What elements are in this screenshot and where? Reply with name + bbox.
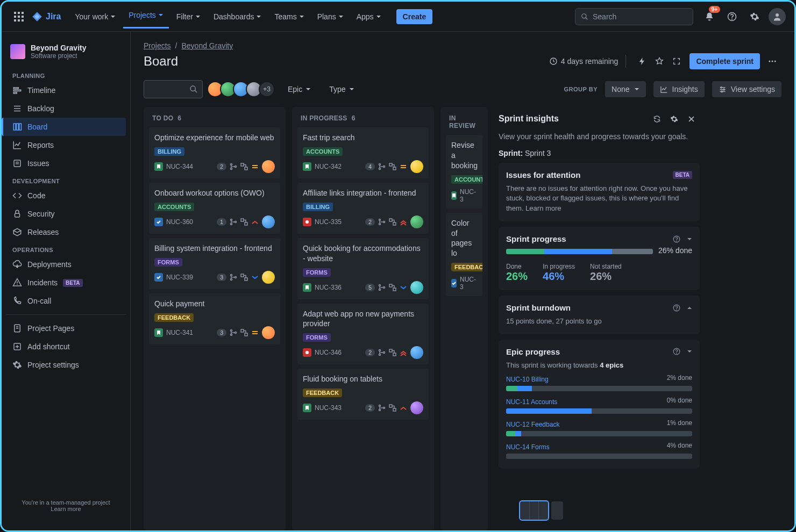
sidebar-item-incidents[interactable]: IncidentsBETA bbox=[6, 274, 126, 292]
breadcrumb-projects[interactable]: Projects bbox=[144, 41, 171, 50]
create-button[interactable]: Create bbox=[396, 9, 433, 24]
close-icon[interactable] bbox=[683, 110, 700, 127]
jira-logo[interactable]: Jira bbox=[32, 11, 61, 22]
issue-card[interactable]: Color of pages lo FEEDBACK NUC-3 bbox=[446, 213, 482, 297]
nav-item-dashboards[interactable]: Dashboards bbox=[208, 8, 267, 25]
issue-card[interactable]: Fluid booking on tablets FEEDBACK NUC-34… bbox=[297, 369, 429, 420]
svg-point-107 bbox=[677, 354, 677, 354]
nav-item-projects[interactable]: Projects bbox=[123, 6, 169, 28]
page-title: Board bbox=[144, 54, 178, 69]
profile-avatar[interactable] bbox=[769, 8, 786, 25]
svg-point-73 bbox=[383, 166, 385, 167]
story-points-badge: 2 bbox=[365, 404, 375, 412]
epic-link[interactable]: NUC-11 Accounts bbox=[506, 398, 557, 406]
sidebar-item-deployments[interactable]: Deployments bbox=[6, 255, 126, 274]
brand-text: Jira bbox=[46, 12, 61, 21]
epic-filter[interactable]: Epic bbox=[282, 82, 316, 97]
help-icon[interactable] bbox=[673, 304, 680, 312]
global-search[interactable]: Search bbox=[575, 8, 693, 25]
board-search[interactable] bbox=[144, 80, 203, 98]
epic-link[interactable]: NUC-12 Feedback bbox=[506, 421, 559, 428]
sidebar-item-project-pages[interactable]: Project Pages bbox=[6, 319, 126, 337]
app-switcher-icon[interactable] bbox=[10, 8, 27, 25]
issue-card[interactable]: Quick payment FEEDBACK NUC-341 3 bbox=[149, 293, 280, 344]
sidebar-item-project-settings[interactable]: Project settings bbox=[6, 356, 126, 374]
svg-rect-2 bbox=[22, 12, 24, 14]
priority-icon bbox=[400, 163, 407, 170]
issue-card[interactable]: Optimize experience for mobile web BILLI… bbox=[149, 127, 280, 178]
issue-card[interactable]: Billing system integration - frontend FO… bbox=[149, 238, 280, 289]
sidebar-item-issues[interactable]: Issues bbox=[6, 154, 126, 172]
sidebar-item-reports[interactable]: Reports bbox=[6, 136, 126, 154]
fullscreen-icon[interactable] bbox=[668, 53, 685, 70]
sidebar-item-on-call[interactable]: On-call bbox=[6, 292, 126, 310]
chart-icon bbox=[660, 85, 668, 94]
sidebar-item-add-shortcut[interactable]: Add shortcut bbox=[6, 337, 126, 356]
epic-row[interactable]: NUC-10 Billing2% done bbox=[506, 371, 692, 393]
chevron-down-icon[interactable] bbox=[687, 236, 692, 242]
assignee-filter-avatars[interactable]: +3 bbox=[210, 81, 275, 97]
board-minimap[interactable] bbox=[520, 501, 563, 520]
issue-card[interactable]: Affiliate links integration - frontend B… bbox=[297, 183, 429, 234]
nav-item-teams[interactable]: Teams bbox=[269, 8, 309, 25]
epic-link[interactable]: NUC-14 Forms bbox=[506, 443, 550, 451]
complete-sprint-button[interactable]: Complete sprint bbox=[690, 53, 760, 69]
settings-icon[interactable] bbox=[746, 8, 763, 25]
nav-item-your-work[interactable]: Your work bbox=[69, 8, 121, 25]
svg-point-55 bbox=[231, 223, 232, 225]
issue-card[interactable]: Revise a booking ACCOUNTS NUC-3 bbox=[446, 135, 482, 209]
issue-card[interactable]: Onboard workout options (OWO) ACCOUNTS N… bbox=[149, 183, 280, 234]
issue-key: NUC-3 bbox=[460, 276, 476, 291]
automation-icon[interactable] bbox=[634, 53, 651, 70]
project-header[interactable]: Beyond Gravity Software project bbox=[6, 40, 126, 67]
view-settings-button[interactable]: View settings bbox=[712, 81, 781, 97]
sidebar-item-backlog[interactable]: Backlog bbox=[6, 99, 126, 118]
svg-point-13 bbox=[776, 13, 779, 17]
section-planning: PLANNING bbox=[6, 67, 126, 81]
nav-item-apps[interactable]: Apps bbox=[351, 8, 387, 25]
help-icon[interactable] bbox=[723, 8, 741, 25]
refresh-icon[interactable] bbox=[648, 110, 665, 127]
panel-sprint-progress: Sprint progress 26% done Done26% In prog… bbox=[499, 227, 700, 290]
chevron-up-icon[interactable] bbox=[687, 305, 692, 311]
help-icon[interactable] bbox=[673, 348, 680, 355]
insights-button[interactable]: Insights bbox=[653, 81, 705, 97]
nav-item-plans[interactable]: Plans bbox=[312, 8, 349, 25]
subtask-icon bbox=[240, 218, 248, 226]
panel-settings-icon[interactable] bbox=[665, 110, 683, 127]
svg-rect-5 bbox=[22, 16, 24, 18]
group-by-select[interactable]: None bbox=[605, 81, 645, 97]
breadcrumb: Projects / Beyond Gravity bbox=[131, 32, 794, 50]
sidebar-item-releases[interactable]: Releases bbox=[6, 223, 126, 241]
epic-link[interactable]: NUC-10 Billing bbox=[506, 376, 549, 383]
branch-icon bbox=[378, 349, 386, 356]
issue-card[interactable]: Quick booking for accommodations - websi… bbox=[297, 238, 429, 299]
more-actions-icon[interactable] bbox=[763, 52, 781, 70]
help-icon[interactable] bbox=[673, 235, 680, 243]
epic-row[interactable]: NUC-12 Feedback1% done bbox=[506, 416, 692, 438]
sidebar-item-code[interactable]: Code bbox=[6, 186, 126, 205]
issue-card[interactable]: Adapt web app no new payments provider F… bbox=[297, 304, 429, 365]
sidebar-item-timeline[interactable]: Timeline bbox=[6, 81, 126, 99]
card-title: Color of pages lo bbox=[451, 218, 477, 259]
sidebar-footer: You're in a team-managed project Learn m… bbox=[6, 493, 126, 522]
epic-row[interactable]: NUC-11 Accounts0% done bbox=[506, 393, 692, 416]
search-placeholder: Search bbox=[593, 12, 616, 21]
priority-icon bbox=[251, 163, 259, 170]
card-title: Adapt web app no new payments provider bbox=[303, 309, 423, 329]
type-filter[interactable]: Type bbox=[324, 82, 359, 97]
avatar-more[interactable]: +3 bbox=[259, 81, 275, 97]
breadcrumb-project[interactable]: Beyond Gravity bbox=[181, 41, 233, 50]
epic-tag: ACCOUNTS bbox=[451, 175, 482, 184]
star-icon[interactable] bbox=[651, 53, 668, 70]
nav-item-filter[interactable]: Filter bbox=[171, 8, 206, 25]
epic-row[interactable]: NUC-14 Forms4% done bbox=[506, 438, 692, 461]
notifications-icon[interactable]: 9+ bbox=[701, 8, 718, 25]
epic-done-label: 0% done bbox=[667, 397, 692, 404]
sidebar-item-security[interactable]: Security bbox=[6, 205, 126, 223]
chevron-down-icon[interactable] bbox=[687, 349, 692, 354]
sidebar-item-board[interactable]: Board bbox=[2, 118, 126, 136]
learn-more-link[interactable]: Learn more bbox=[51, 506, 81, 512]
issue-card[interactable]: Fast trip search ACCOUNTS NUC-342 4 bbox=[297, 127, 429, 178]
subtask-icon bbox=[389, 284, 396, 291]
